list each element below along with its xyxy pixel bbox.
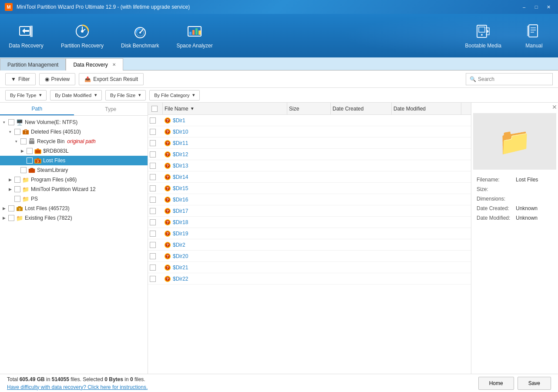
by-file-category-button[interactable]: By File Category ▾ (149, 90, 200, 101)
file-row-5[interactable]: ? $Dir14 (148, 171, 471, 183)
file-row-6[interactable]: ? $Dir15 (148, 183, 471, 194)
header-checkbox[interactable] (151, 106, 158, 112)
col-header-date-modified[interactable]: Date Modified (392, 103, 461, 114)
file-row-check-11[interactable] (150, 242, 163, 248)
file-row-check-8[interactable] (150, 208, 163, 214)
check-program-files[interactable] (14, 177, 20, 183)
by-file-type-button[interactable]: By File Type ▾ (5, 90, 47, 101)
tree-item-steam-library[interactable]: SteamLibrary (0, 165, 148, 175)
toolbar-space-analyzer[interactable]: Space Analyzer (176, 23, 212, 49)
check-rdb083l[interactable] (27, 148, 33, 154)
toolbar-partition-recovery[interactable]: Partition Recovery (61, 23, 104, 49)
preview-dimensions-row: Dimensions: (477, 194, 553, 204)
save-button[interactable]: Save (518, 377, 551, 390)
file-row-check-10[interactable] (150, 231, 163, 237)
tree-item-deleted-files[interactable]: ▾ ! Deleted Files (40510) (0, 127, 148, 137)
preview-button[interactable]: ◉ Preview (39, 73, 76, 85)
expand-rdb083l[interactable]: ▶ (19, 149, 25, 153)
file-row-check-4[interactable] (150, 163, 163, 169)
file-row-2[interactable]: ? $Dir11 (148, 137, 471, 149)
file-row-check-7[interactable] (150, 197, 163, 203)
expand-lost-files-main[interactable]: ▶ (1, 206, 7, 211)
tab-partition-management[interactable]: Partition Management (0, 58, 66, 70)
file-row-0[interactable]: ? $Dir1 (148, 115, 471, 126)
file-row-9[interactable]: ? $Dir18 (148, 217, 471, 228)
check-steam[interactable] (20, 167, 27, 173)
file-row-check-1[interactable] (150, 129, 163, 135)
by-date-modified-button[interactable]: By Date Modified ▾ (50, 90, 102, 101)
toolbar-disk-benchmark[interactable]: Disk Benchmark (121, 23, 159, 49)
expand-new-volume[interactable]: ▾ (1, 120, 7, 124)
file-row-check-13[interactable] (150, 265, 163, 271)
file-row-13[interactable]: ? $Dir21 (148, 262, 471, 273)
file-row-check-2[interactable] (150, 140, 163, 146)
left-panel: Path Type ▾ 🖥️ New Volume(E: NTFS) ▾ (0, 103, 148, 374)
expand-recycle-bin[interactable]: ▾ (13, 139, 19, 144)
col-header-name[interactable]: File Name ▼ (163, 103, 287, 114)
expand-existing-files[interactable]: ▶ (1, 216, 7, 220)
file-row-10[interactable]: ? $Dir19 (148, 228, 471, 239)
disk-benchmark-label: Disk Benchmark (121, 43, 159, 49)
search-box[interactable]: 🔍 (466, 73, 553, 85)
check-lost-files-recycle[interactable] (27, 157, 33, 164)
file-row-1[interactable]: ? $Dir10 (148, 126, 471, 137)
status-help-link[interactable]: Have difficulty with data recovery? Clic… (7, 384, 148, 390)
check-ps[interactable] (14, 196, 20, 202)
preview-close-button[interactable]: ✕ (552, 104, 557, 111)
toolbar-manual[interactable]: Manual (519, 23, 549, 49)
expand-program-files[interactable]: ▶ (7, 178, 13, 182)
search-input[interactable] (478, 76, 549, 82)
check-existing-files[interactable] (8, 215, 14, 221)
restore-button[interactable]: □ (531, 3, 541, 11)
minitool-icon: 📁 (22, 186, 30, 193)
toolbar-bootable-media[interactable]: Bootable Media (465, 23, 501, 49)
path-tab[interactable]: Path (0, 103, 74, 115)
tree-item-program-files[interactable]: ▶ 📁 Program Files (x86) (0, 175, 148, 184)
file-row-3[interactable]: ? $Dir12 (148, 149, 471, 160)
file-row-check-0[interactable] (150, 117, 163, 124)
toolbar-data-recovery[interactable]: Data Recovery (9, 23, 44, 49)
file-row-check-3[interactable] (150, 151, 163, 157)
file-row-12[interactable]: ? $Dir20 (148, 251, 471, 262)
file-row-check-14[interactable] (150, 276, 163, 282)
export-button[interactable]: 📤 Export Scan Result (79, 73, 144, 85)
tree-item-lost-files-main[interactable]: ▶ ? Lost Files (465723) (0, 204, 148, 213)
file-row-7[interactable]: ? $Dir16 (148, 194, 471, 205)
type-tab[interactable]: Type (74, 103, 148, 115)
close-tab-icon[interactable]: ✕ (112, 62, 116, 67)
partition-recovery-icon (74, 23, 91, 40)
tab-data-recovery[interactable]: Data Recovery ✕ (66, 58, 123, 70)
file-row-check-9[interactable] (150, 219, 163, 225)
check-minitool[interactable] (14, 186, 20, 192)
file-row-11[interactable]: ? $Dir2 (148, 239, 471, 251)
by-file-size-button[interactable]: By File Size ▾ (105, 90, 146, 101)
home-button[interactable]: Home (478, 377, 514, 390)
check-lost-files-main[interactable] (8, 205, 14, 211)
file-row-check-5[interactable] (150, 174, 163, 180)
col-header-size[interactable]: Size (287, 103, 331, 114)
check-new-volume[interactable] (8, 119, 14, 125)
check-deleted-files[interactable] (14, 129, 20, 135)
filter-button[interactable]: ▼ Filter (5, 73, 36, 85)
tree-item-recycle-bin[interactable]: ▾ Recycle Bin original path (0, 137, 148, 146)
file-row-name-2: $Dir11 (173, 140, 295, 146)
tree-item-rdb083l[interactable]: ▶ $RDB083L (0, 146, 148, 156)
check-recycle-bin[interactable] (20, 138, 27, 144)
file-row-check-12[interactable] (150, 253, 163, 259)
tree-item-minitool[interactable]: ▶ 📁 MiniTool Partition Wizard 12 (0, 184, 148, 194)
tree-item-new-volume[interactable]: ▾ 🖥️ New Volume(E: NTFS) (0, 117, 148, 127)
minimize-button[interactable]: – (519, 3, 529, 11)
col-header-date-created[interactable]: Date Created (331, 103, 392, 114)
file-row-check-6[interactable] (150, 185, 163, 191)
file-row-14[interactable]: ? $Dir22 (148, 273, 471, 285)
expand-minitool[interactable]: ▶ (7, 187, 13, 191)
tree-item-existing-files[interactable]: ▶ 📁 Existing Files (7822) (0, 213, 148, 223)
close-button[interactable]: ✕ (543, 3, 554, 11)
file-row-8[interactable]: ? $Dir17 (148, 205, 471, 217)
tree-item-ps[interactable]: 📁 PS (0, 194, 148, 204)
tree-item-lost-files-recycle[interactable]: ? Lost Files (0, 156, 148, 165)
col-header-check[interactable] (150, 103, 163, 114)
col-date-modified-label: Date Modified (393, 106, 426, 112)
file-row-4[interactable]: ? $Dir13 (148, 160, 471, 171)
expand-deleted-files[interactable]: ▾ (7, 130, 13, 134)
